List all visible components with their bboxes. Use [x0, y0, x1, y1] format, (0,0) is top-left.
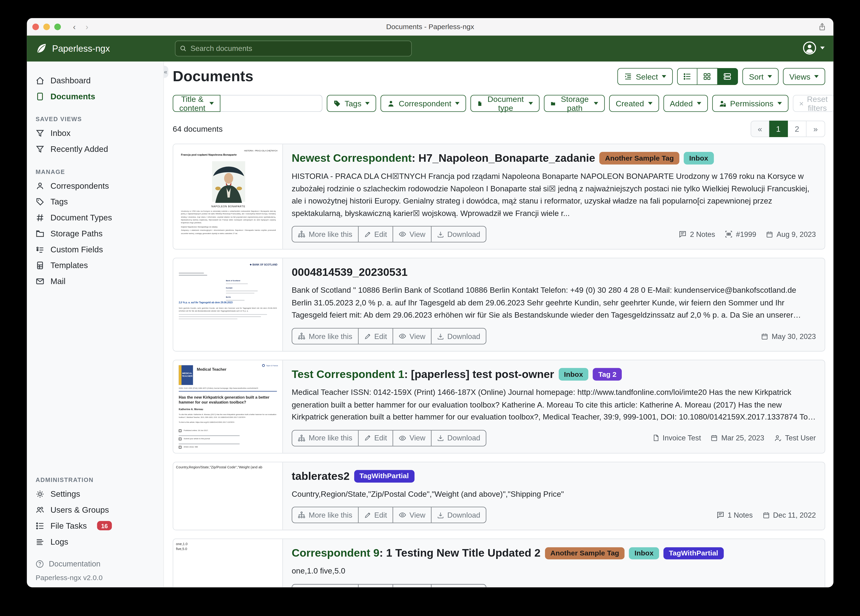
view-button[interactable]: View [392, 430, 431, 446]
document-thumbnail[interactable]: one,1.0 five,5.0 [173, 539, 283, 587]
tag-badge[interactable]: TagWithPartial [354, 470, 414, 482]
added-filter-button[interactable]: Added [663, 95, 708, 112]
more-like-this-button[interactable]: More like this [292, 508, 358, 523]
created-filter-button[interactable]: Created [609, 95, 659, 112]
download-icon [437, 435, 444, 442]
view-button[interactable]: View [392, 585, 431, 587]
edit-button[interactable]: Edit [358, 328, 392, 344]
more-like-this-button[interactable]: More like this [292, 585, 358, 587]
reset-filters-button[interactable]: × Reset filters [793, 95, 833, 112]
reset-filters-label: Reset filters [807, 94, 828, 112]
tag-badge[interactable]: Inbox [559, 368, 589, 380]
correspondent-filter-button[interactable]: Correspondent [381, 95, 466, 112]
document-thumbnail[interactable]: Country,Region/State,"Zip/Postal Code","… [173, 462, 283, 530]
edit-button[interactable]: Edit [358, 226, 392, 242]
tag-badge[interactable]: Inbox [629, 547, 659, 559]
sidebar-item-tags[interactable]: Tags [27, 194, 163, 210]
zoom-window-button[interactable] [54, 23, 61, 30]
sidebar-item-correspondents[interactable]: Correspondents [27, 178, 163, 194]
share-icon[interactable] [818, 22, 826, 31]
permissions-filter-button[interactable]: Permissions [712, 95, 788, 112]
logs-icon [36, 537, 44, 546]
document-title-link[interactable]: tablerates2 [292, 469, 350, 483]
tag-badge[interactable]: Tag 2 [593, 368, 622, 380]
search-input[interactable] [191, 44, 407, 53]
title-content-filter-input[interactable] [220, 95, 322, 112]
sidebar-item-storage-paths[interactable]: Storage Paths [27, 225, 163, 241]
view-button[interactable]: View [392, 508, 431, 523]
sidebar-collapse-button[interactable]: « [164, 66, 168, 78]
minimize-window-button[interactable] [44, 23, 50, 30]
pencil-icon [364, 333, 371, 340]
document-thumbnail[interactable]: ❖ BANK OF SCOTLAND Bank of Scotland Kont… [173, 258, 283, 351]
storage-path-filter-button[interactable]: Storage path [544, 95, 605, 112]
document-card: one,1.0 five,5.0 Correspondent 9: 1 Test… [173, 539, 825, 587]
select-button[interactable]: Select [617, 68, 673, 85]
person-icon [387, 99, 395, 107]
sidebar-item-dashboard[interactable]: Dashboard [27, 72, 163, 88]
tag-badge[interactable]: Another Sample Tag [545, 547, 625, 559]
sidebar-item-settings[interactable]: Settings [27, 486, 163, 502]
document-type-filter-button[interactable]: Document type [471, 95, 540, 112]
sidebar-item-document-types[interactable]: Document Types [27, 209, 163, 225]
download-button[interactable]: Download [431, 430, 486, 446]
edit-button[interactable]: Edit [358, 585, 392, 587]
sidebar: Dashboard Documents SAVED VIEWS Inbox Re… [27, 61, 164, 587]
document-thumbnail[interactable]: Taylor & Francis MEDICALTEACHER Medical … [173, 360, 283, 453]
more-like-this-button[interactable]: More like this [292, 328, 358, 344]
view-button[interactable]: View [392, 226, 431, 242]
documentation-link[interactable]: Documentation [27, 556, 163, 571]
pagination-next[interactable]: » [807, 121, 825, 137]
pagination-page-1[interactable]: 1 [769, 121, 788, 137]
tag-badge[interactable]: Another Sample Tag [599, 152, 679, 165]
sort-button[interactable]: Sort [742, 68, 778, 85]
tag-badge[interactable]: Inbox [684, 152, 714, 165]
calendar-icon [711, 435, 718, 442]
more-like-this-button[interactable]: More like this [292, 430, 358, 446]
administration-heading: ADMINISTRATION [27, 474, 163, 486]
view-button[interactable]: View [392, 328, 431, 344]
document-title-link[interactable]: Test Correspondent 1: [paperless] test p… [292, 368, 554, 381]
document-title-link[interactable]: 0004814539_20230531 [292, 266, 408, 279]
download-button[interactable]: Download [431, 226, 486, 242]
sidebar-item-documents[interactable]: Documents [27, 88, 163, 104]
document-title-link[interactable]: Correspondent 9: 1 Testing New Title Upd… [292, 546, 541, 560]
edit-button[interactable]: Edit [358, 508, 392, 523]
view-mode-list[interactable] [677, 68, 697, 85]
sidebar-item-recently-added[interactable]: Recently Added [27, 141, 163, 157]
pagination-prev[interactable]: « [751, 121, 769, 137]
view-mode-grid[interactable] [697, 68, 717, 85]
document-excerpt: Medical Teacher ISSN: 0142-159X (Print) … [292, 386, 816, 423]
download-button[interactable]: Download [431, 585, 486, 587]
sidebar-item-logs[interactable]: Logs [27, 534, 163, 550]
download-button[interactable]: Download [431, 508, 486, 523]
title-content-filter-button[interactable]: Title & content [173, 95, 220, 112]
sidebar-item-inbox[interactable]: Inbox [27, 125, 163, 141]
views-button[interactable]: Views [783, 68, 825, 85]
tag-badge[interactable]: TagWithPartial [663, 547, 723, 559]
close-window-button[interactable] [32, 23, 39, 30]
diagram-icon [298, 332, 305, 340]
global-search[interactable] [175, 41, 412, 57]
sidebar-item-custom-fields[interactable]: Custom Fields [27, 241, 163, 257]
document-thumbnail[interactable]: HISTORIA - PRACA DLA CHĘTNYCH Francja po… [173, 144, 283, 249]
browser-forward-button[interactable]: › [85, 22, 88, 31]
pagination-page-2[interactable]: 2 [788, 121, 807, 137]
sidebar-item-users-groups[interactable]: Users & Groups [27, 502, 163, 518]
browser-back-button[interactable]: ‹ [73, 22, 76, 31]
tags-filter-button[interactable]: Tags [326, 95, 376, 112]
document-title-link[interactable]: Newest Correspondent: H7_Napoleon_Bonapa… [292, 151, 595, 165]
document-card: Taylor & Francis MEDICALTEACHER Medical … [173, 360, 825, 454]
download-button[interactable]: Download [431, 328, 486, 344]
more-like-this-button[interactable]: More like this [292, 226, 358, 242]
edit-button[interactable]: Edit [358, 430, 392, 446]
brand[interactable]: Paperless-ngx [36, 43, 110, 54]
sidebar-item-templates[interactable]: Templates [27, 257, 163, 273]
sidebar-item-file-tasks[interactable]: File Tasks 16 [27, 518, 163, 534]
sidebar-item-mail[interactable]: Mail [27, 273, 163, 289]
eye-icon [399, 434, 406, 442]
asn-barcode-icon [725, 231, 733, 238]
view-mode-detail[interactable] [718, 68, 738, 85]
user-menu[interactable] [803, 41, 825, 55]
filter-toolbar: Title & content Tags Correspondent [173, 95, 825, 112]
